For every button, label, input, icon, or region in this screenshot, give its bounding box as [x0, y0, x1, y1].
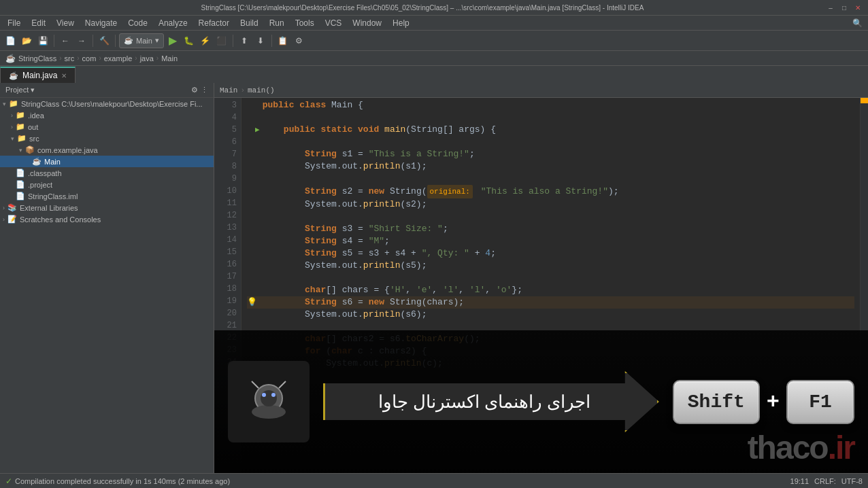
- menu-file[interactable]: File: [3, 17, 25, 29]
- run-button[interactable]: ▶: [165, 33, 180, 48]
- toolbar-open-icon[interactable]: 📂: [19, 33, 34, 48]
- bulb-icon[interactable]: 💡: [247, 296, 255, 309]
- menu-tools[interactable]: Tools: [290, 17, 319, 29]
- shift-key: Shift: [673, 380, 760, 424]
- overlay-arrow-text: اجرای راهنمای اکسترنال جاوا: [378, 391, 605, 413]
- status-position[interactable]: 19:11: [790, 477, 809, 485]
- search-everywhere-icon[interactable]: 🔍: [849, 15, 865, 31]
- toolbar-settings-icon[interactable]: ⚙: [292, 33, 307, 48]
- toolbar-separator-3: [115, 35, 116, 47]
- project-label[interactable]: Project ▾: [5, 86, 35, 94]
- sidebar: Project ▾ ⚙ ⋮ ▾ 📁 StringClass C:\Users\m…: [0, 83, 214, 473]
- status-message: Compilation completed successfully in 1s…: [15, 477, 230, 485]
- svg-point-2: [261, 390, 277, 406]
- status-line-sep[interactable]: CRLF:: [814, 477, 836, 485]
- breadcrumb-main[interactable]: Main: [161, 54, 178, 63]
- tree-item-classpath[interactable]: › 📄 .classpath: [0, 167, 214, 179]
- code-line-10: ▶ String s2 = new String(original: "This…: [247, 185, 854, 198]
- overlay-keys: Shift + F1: [673, 380, 854, 424]
- toolbar-git-icon[interactable]: ⬆: [237, 33, 252, 48]
- tree-item-project[interactable]: › 📄 .project: [0, 179, 214, 190]
- logo-graphic: [241, 374, 296, 429]
- sidebar-header: Project ▾ ⚙ ⋮: [0, 83, 214, 98]
- sidebar-options-icon[interactable]: ⋮: [201, 86, 208, 94]
- breadcrumb-root[interactable]: StringClass: [18, 54, 56, 63]
- tab-main-java[interactable]: ☕ Main.java ✕: [0, 67, 76, 83]
- editor-breadcrumb: Main › main(): [214, 83, 868, 98]
- toolbar-back-icon[interactable]: ←: [58, 33, 73, 48]
- tree-item-idea[interactable]: › 📁 .idea: [0, 109, 214, 121]
- code-line-5: ▶ public static void main(String[] args)…: [247, 124, 854, 136]
- overlay-banner: اجرای راهنمای اکسترنال جاوا Shift + F1 t…: [214, 330, 868, 473]
- titlebar: StringClass [C:\Users\malekpour\Desktop\…: [0, 0, 868, 15]
- status-encoding[interactable]: UTF-8: [841, 477, 863, 485]
- menu-navigate[interactable]: Navigate: [80, 17, 122, 29]
- code-line-15: ▶ String s5 = s3 + s4 + ", Qty: " + 4;: [247, 247, 854, 260]
- watermark-thaco: thaco.ir: [748, 429, 854, 466]
- menu-window[interactable]: Window: [348, 17, 386, 29]
- editor-bc-main-method[interactable]: main(): [248, 86, 275, 94]
- menu-run[interactable]: Run: [265, 17, 289, 29]
- code-line-14: ▶ String s4 = "M";: [247, 235, 854, 247]
- breadcrumb-example[interactable]: example: [104, 54, 133, 63]
- menu-code[interactable]: Code: [123, 17, 152, 29]
- svg-point-5: [262, 393, 266, 397]
- toolbar-update-icon[interactable]: ⬇: [253, 33, 268, 48]
- tree-item-package[interactable]: ▾ 📦 com.example.java: [0, 144, 214, 156]
- sidebar-settings-icon[interactable]: ⚙: [191, 86, 198, 94]
- toolbar-build-icon[interactable]: 🔨: [97, 33, 112, 48]
- breadcrumb-src[interactable]: src: [65, 54, 75, 63]
- code-line-18: ▶ char[] chars = {'H', 'e', 'l', 'l', 'o…: [247, 284, 854, 296]
- restore-button[interactable]: □: [839, 3, 849, 12]
- tree-item-main[interactable]: › ☕ Main: [0, 156, 214, 167]
- tree-item-iml[interactable]: › 📄 StringClass.iml: [0, 190, 214, 202]
- close-button[interactable]: ✕: [853, 3, 863, 12]
- minimize-button[interactable]: –: [826, 3, 835, 12]
- overlay-arrow-container: اجرای راهنمای اکسترنال جاوا: [323, 371, 659, 432]
- debug-button[interactable]: 🐛: [182, 33, 197, 48]
- toolbar-forward-icon[interactable]: →: [74, 33, 89, 48]
- editor: Main › main() 34567891011121314151617181…: [214, 83, 868, 473]
- overlay-logo: [228, 361, 310, 442]
- code-line-19: 💡 ▶ String s6 = new String(chars);: [247, 296, 854, 309]
- status-icon: ✓: [5, 476, 12, 486]
- code-line-13: ▶ String s3 = "Shirt Size: ";: [247, 223, 854, 235]
- run-coverage-button[interactable]: ⚡: [198, 33, 213, 48]
- toolbar-structure-icon[interactable]: 📋: [276, 33, 290, 48]
- tree-item-stringclass[interactable]: ▾ 📁 StringClass C:\Users\malekpour\Deskt…: [0, 98, 214, 109]
- code-line-7: ▶ String s1 = "This is a String!";: [247, 148, 854, 160]
- breadcrumb-java[interactable]: java: [140, 54, 154, 63]
- menu-vcs[interactable]: VCS: [320, 17, 347, 29]
- overlay-arrow-shape: اجرای راهنمای اکسترنال جاوا: [323, 371, 659, 432]
- menu-view[interactable]: View: [52, 17, 79, 29]
- code-line-4: ▶: [247, 111, 854, 124]
- tree-item-scratches[interactable]: › 📝 Scratches and Consoles: [0, 213, 214, 225]
- menu-edit[interactable]: Edit: [27, 17, 50, 29]
- code-line-17: ▶: [247, 272, 854, 284]
- tree-item-src[interactable]: ▾ 📁 src: [0, 133, 214, 144]
- run-config-dropdown[interactable]: ☕ Main ▾: [119, 33, 164, 48]
- menu-refactor[interactable]: Refactor: [194, 17, 234, 29]
- main-area: Project ▾ ⚙ ⋮ ▾ 📁 StringClass C:\Users\m…: [0, 83, 868, 473]
- menu-help[interactable]: Help: [388, 17, 414, 29]
- code-line-16: ▶ System.out.println(s5);: [247, 260, 854, 272]
- tab-close-icon[interactable]: ✕: [61, 72, 67, 80]
- toolbar-separator-2: [93, 35, 93, 47]
- breadcrumb-com[interactable]: com: [82, 54, 97, 63]
- tree-item-out[interactable]: › 📁 out: [0, 121, 214, 133]
- breadcrumb: ☕ StringClass › src › com › example › ja…: [0, 50, 868, 65]
- stop-button[interactable]: ⬛: [214, 33, 229, 48]
- gutter-mark-top: [861, 98, 868, 103]
- run-arrow-5[interactable]: ▶: [255, 124, 260, 136]
- menu-analyze[interactable]: Analyze: [154, 17, 193, 29]
- statusbar: ✓ Compilation completed successfully in …: [0, 473, 868, 488]
- menubar: File Edit View Navigate Code Analyze Ref…: [0, 15, 868, 30]
- svg-line-4: [279, 381, 286, 388]
- tree-item-external[interactable]: › 📚 External Libraries: [0, 202, 214, 213]
- editor-bc-main[interactable]: Main: [220, 86, 237, 94]
- toolbar: 📄 📂 💾 ← → 🔨 ☕ Main ▾ ▶ 🐛 ⚡ ⬛ ⬆ ⬇ 📋 ⚙: [0, 30, 868, 50]
- annotation-original: original:: [427, 185, 473, 198]
- toolbar-save-icon[interactable]: 💾: [35, 33, 50, 48]
- menu-build[interactable]: Build: [235, 17, 263, 29]
- toolbar-new-icon[interactable]: 📄: [3, 33, 18, 48]
